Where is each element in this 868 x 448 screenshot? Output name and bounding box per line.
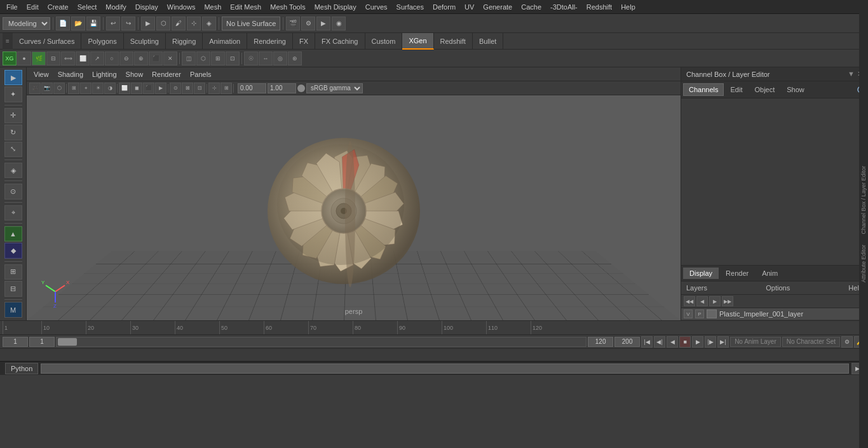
srgb-select[interactable]: sRGB gamma (306, 83, 363, 93)
magnet-btn[interactable]: ◈ (202, 17, 216, 31)
menu-edit[interactable]: Edit (23, 2, 43, 12)
ch-tab-object[interactable]: Object (749, 83, 780, 96)
vptb-xray2-btn[interactable]: ⊡ (194, 83, 205, 94)
live-surface-btn[interactable]: No Live Surface (222, 17, 280, 31)
capsule-btn[interactable]: ⊖ (119, 51, 133, 65)
menu-mesh-display[interactable]: Mesh Display (311, 2, 360, 12)
menu-mesh[interactable]: Mesh (200, 2, 225, 12)
tab-custom[interactable]: Custom (365, 33, 403, 50)
menu-select[interactable]: Select (74, 2, 101, 12)
pb-settings-btn[interactable]: ⚙ (841, 336, 853, 348)
layers-menu-options[interactable]: Options (763, 283, 792, 293)
timeline-track[interactable]: 1 10 20 30 40 50 60 70 80 90 100 110 120 (0, 321, 868, 335)
vptb-xray-btn[interactable]: ⊠ (182, 83, 193, 94)
vptb-light-btn[interactable]: ☀ (92, 83, 104, 94)
menu-surfaces[interactable]: Surfaces (393, 2, 428, 12)
cylinder-btn[interactable]: ⬛ (149, 51, 163, 65)
pb-stop[interactable]: ■ (679, 336, 691, 348)
nucleus-btn[interactable]: ● (17, 51, 31, 65)
disp-tab-display[interactable]: Display (683, 268, 719, 279)
layers-menu-layers[interactable]: Layers (684, 283, 710, 293)
menu-curves[interactable]: Curves (362, 2, 391, 12)
region-btn[interactable]: ◫ (182, 51, 196, 65)
xgen-icon-btn[interactable]: XG (3, 51, 17, 65)
anim-layer-status[interactable]: No Anim Layer (730, 337, 781, 347)
menu-edit-mesh[interactable]: Edit Mesh (226, 2, 265, 12)
vptb-texture-btn[interactable]: ⬛ (143, 83, 154, 94)
ch-tab-show[interactable]: Show (781, 83, 810, 96)
vptb-cam2-btn[interactable]: 📷 (41, 83, 53, 94)
ch-tab-channels[interactable]: Channels (683, 83, 724, 96)
sculpt-btn4[interactable]: ⊛ (288, 51, 302, 65)
gamma-offset-input[interactable] (238, 83, 266, 93)
edge-channel-box-label[interactable]: Channel Box / Layer Editor (860, 163, 867, 237)
tab-rendering[interactable]: Rendering (247, 33, 293, 50)
mirror-btn[interactable]: ⟺ (61, 51, 75, 65)
pb-skip-start[interactable]: |◀ (641, 336, 653, 348)
disp-tab-render[interactable]: Render (719, 268, 755, 279)
menu-display[interactable]: Display (132, 2, 162, 12)
tab-fx[interactable]: FX (293, 33, 315, 50)
comb-btn[interactable]: ⊟ (46, 51, 60, 65)
menu-help[interactable]: Help (617, 2, 639, 12)
max-end-input[interactable] (614, 337, 640, 347)
xgen-tool2[interactable]: ◆ (4, 243, 22, 258)
grid-tool[interactable]: ⊞ (4, 264, 22, 280)
tab-redshift[interactable]: Redshift (434, 33, 473, 50)
scale-tool[interactable]: ⤡ (4, 142, 22, 157)
control-btn[interactable]: ✕ (163, 51, 177, 65)
current-frame-input[interactable] (3, 337, 28, 347)
rs-icon-btn[interactable]: ◉ (332, 17, 346, 31)
tab-bullet[interactable]: Bullet (473, 33, 504, 50)
vptb-isolate-btn[interactable]: ⊙ (170, 83, 181, 94)
render-btn[interactable]: 🎬 (286, 17, 300, 31)
pb-play-fwd[interactable]: ▶ (692, 336, 703, 348)
sphere-btn[interactable]: ○ (105, 51, 119, 65)
groom-btn[interactable]: 🌿 (32, 51, 46, 65)
layer-prev-btn[interactable]: ◀ (696, 296, 708, 306)
vptb-hud-btn[interactable]: ⊹ (208, 83, 220, 94)
menu-deform[interactable]: Deform (429, 2, 459, 12)
vptb-gate-btn[interactable]: ⊞ (220, 83, 232, 94)
viewport-3d[interactable]: persp X Y Z (27, 95, 681, 320)
redo-btn[interactable]: ↪ (121, 17, 135, 31)
layer-back-btn[interactable]: ◀◀ (684, 296, 695, 306)
select-tool[interactable]: ▶ (4, 70, 22, 85)
disp-tab-anim[interactable]: Anim (756, 268, 784, 279)
show-manip-tool[interactable]: ◈ (4, 163, 22, 178)
vp-view-menu[interactable]: View (31, 69, 52, 79)
menu-generate[interactable]: Generate (479, 2, 516, 12)
sculpt-btn1[interactable]: ☉ (244, 51, 258, 65)
open-scene-btn[interactable]: 📂 (71, 17, 85, 31)
sculpt-btn2[interactable]: ↔ (259, 51, 273, 65)
gamma-scale-input[interactable] (268, 83, 296, 93)
render-settings-btn[interactable]: ⚙ (301, 17, 315, 31)
menu-modify[interactable]: Modify (102, 2, 130, 12)
layer-next-btn[interactable]: ▶ (709, 296, 721, 306)
viewport[interactable]: View Shading Lighting Show Renderer Pane… (27, 67, 681, 320)
paint-btn[interactable]: 🖌 (172, 17, 186, 31)
menu-3dto[interactable]: -3DtoAll- (546, 2, 581, 12)
mode-dropdown[interactable]: Modeling (3, 17, 50, 30)
vptb-render-btn[interactable]: ▶ (155, 83, 166, 94)
ipr-btn[interactable]: ▶ (316, 17, 330, 31)
pb-skip-end[interactable]: ▶| (717, 336, 729, 348)
tab-xgen[interactable]: XGen (402, 33, 433, 50)
vptb-smooth-btn[interactable]: ◼ (131, 83, 142, 94)
menu-windows[interactable]: Windows (163, 2, 200, 12)
tab-fx-caching[interactable]: FX Caching (315, 33, 365, 50)
snap-btn[interactable]: ⊹ (187, 17, 201, 31)
menu-cache[interactable]: Cache (517, 2, 545, 12)
python-tab[interactable]: Python (5, 363, 38, 374)
select-tool-btn[interactable]: ▶ (141, 17, 155, 31)
lasso-btn[interactable]: ⬡ (156, 17, 170, 31)
panel-minimize-btn[interactable]: ▼ (848, 70, 855, 78)
vptb-wire-btn[interactable]: ⬜ (119, 83, 130, 94)
maya-btn[interactable]: M (4, 302, 22, 317)
menu-file[interactable]: File (3, 2, 22, 12)
grid-tool2[interactable]: ⊟ (4, 281, 22, 296)
paint-select-tool[interactable]: ✦ (4, 86, 22, 102)
new-scene-btn[interactable]: 📄 (56, 17, 70, 31)
menu-redshift[interactable]: Redshift (583, 2, 616, 12)
xgen-tool[interactable]: ▲ (4, 226, 22, 241)
